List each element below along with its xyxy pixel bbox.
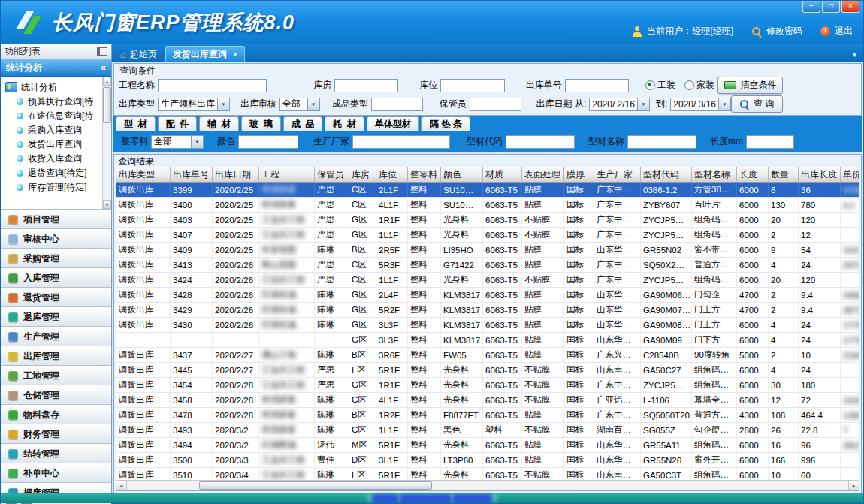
jiazhuang-radio[interactable] xyxy=(684,80,694,90)
column-header[interactable]: 工程 xyxy=(259,167,315,182)
column-header[interactable]: 出库日期 xyxy=(213,167,259,182)
sidebar-menu-item[interactable]: 退库管理 xyxy=(1,307,111,327)
whole-piece-select[interactable]: 全部 ▼ xyxy=(151,135,204,149)
table-row[interactable]: 调拨出库34302020/2/26石湖名城陈琳G区3L3F整料KLM381760… xyxy=(116,318,859,333)
table-row[interactable]: 调拨出库33992020/2/25华润原著严思C区2L1F整料SU10…6063… xyxy=(116,183,859,198)
horizontal-scrollbar[interactable]: ◄ ► xyxy=(116,480,859,490)
color-input[interactable] xyxy=(238,135,298,149)
profile-code-input[interactable] xyxy=(506,135,575,149)
change-password-link[interactable]: 修改密码 xyxy=(766,25,802,38)
sidebar-menu-item[interactable]: 仓储管理 xyxy=(1,385,111,405)
material-tab[interactable]: 耗 材 xyxy=(325,116,364,131)
column-header[interactable]: 颜色 xyxy=(441,167,483,182)
column-header[interactable]: 数量 xyxy=(769,167,799,182)
table-row[interactable]: 调拨出库34452020/2/27工业共工程严思F区5R1F整料光身料6063-… xyxy=(116,363,859,378)
gongzhuang-radio[interactable] xyxy=(645,80,655,90)
project-name-input[interactable] xyxy=(158,79,267,92)
column-header[interactable]: 膜厚 xyxy=(564,167,594,182)
scroll-thumb[interactable] xyxy=(199,481,432,490)
maximize-button[interactable]: □ xyxy=(822,1,840,13)
column-header[interactable]: 型材代码 xyxy=(641,167,692,182)
column-header[interactable]: 出库长度 xyxy=(799,167,841,182)
scroll-down-icon[interactable]: ▼ xyxy=(103,200,111,209)
sidebar-tree-item[interactable]: 退货查询[待定] xyxy=(5,166,101,180)
product-type-input[interactable] xyxy=(371,98,423,111)
table-row[interactable]: 调拨出库34582020/2/28华润原著陈琳C区4L1F整料光身料6063-T… xyxy=(116,393,859,408)
column-header[interactable]: 库房 xyxy=(349,167,376,182)
scroll-right-icon[interactable]: ► xyxy=(848,481,859,490)
sidebar-menu-item[interactable]: 物料盘存 xyxy=(1,405,111,424)
material-tab[interactable]: 成 品 xyxy=(283,116,323,131)
material-tab[interactable]: 玻 璃 xyxy=(241,116,281,131)
table-row[interactable]: 调拨出库34002020/2/25华润原著严思C区4L1F整料SU10…6063… xyxy=(116,198,859,213)
clear-conditions-button[interactable]: 清空条件 xyxy=(717,77,783,94)
table-row[interactable]: 调拨出库34132020/2/26南山花园严思C区5R3F整料G71422606… xyxy=(116,258,859,273)
date-from-picker[interactable]: 2020/ 2/16 ▼ xyxy=(589,98,650,111)
column-header[interactable]: 材质 xyxy=(483,167,522,182)
pin-icon[interactable] xyxy=(97,47,107,56)
column-header[interactable]: 整零料 xyxy=(408,167,441,182)
sidebar-tree-item[interactable]: 发货出库查询 xyxy=(5,137,101,152)
warehouse-input[interactable] xyxy=(334,79,398,92)
column-header[interactable]: 出库单号 xyxy=(171,167,213,182)
document-tab[interactable]: ⌂起始页 xyxy=(113,47,164,62)
table-row[interactable]: G区3L3F整料KLM38176063-T5贴膜国标山东华…GA90M09…门下… xyxy=(116,333,859,348)
column-header[interactable]: 型材名称 xyxy=(692,167,737,182)
material-tab[interactable]: 型 材 xyxy=(116,116,156,131)
close-button[interactable]: × xyxy=(841,1,859,13)
table-row[interactable]: 调拨出库34942020/3/2石湖辉城汤伟M区5R1F整料光身料6063-T5… xyxy=(116,438,859,453)
tab-list-dropdown-icon[interactable]: ▼ xyxy=(851,51,858,59)
keeper-input[interactable] xyxy=(470,98,521,111)
column-header[interactable]: 表面处理 xyxy=(522,167,564,182)
table-row[interactable]: 调拨出库34072020/2/25工业共工程严思G区1L1F整料光身料6063-… xyxy=(116,228,859,243)
date-to-picker[interactable]: 2020/ 3/16 ▼ xyxy=(670,98,731,111)
material-tab[interactable]: 隔 热 条 xyxy=(421,116,470,131)
sidebar-menu-item[interactable]: 工地管理 xyxy=(1,366,111,385)
sidebar-menu-item[interactable]: 补单中心 xyxy=(1,463,111,483)
column-header[interactable]: 出库类型 xyxy=(116,167,171,182)
length-input[interactable] xyxy=(746,135,794,149)
sidebar-menu-item[interactable]: 入库管理 xyxy=(1,268,111,288)
search-button[interactable]: 查 询 xyxy=(731,95,783,113)
location-input[interactable] xyxy=(440,79,504,92)
manufacturer-input[interactable] xyxy=(352,135,450,149)
scroll-thumb[interactable] xyxy=(103,87,111,123)
scroll-up-icon[interactable]: ▲ xyxy=(103,77,111,86)
sidebar-tree-item[interactable]: 预算执行查询[待 xyxy=(5,95,101,109)
minimize-button[interactable]: − xyxy=(802,1,820,13)
tree-root-node[interactable]: 统计分析 xyxy=(5,80,101,95)
table-row[interactable]: 调拨出库34542020/2/28工业共工程严思G区1R1F整料光身料6063-… xyxy=(116,378,859,393)
sidebar-menu-item[interactable]: 生产管理 xyxy=(1,327,111,346)
profile-name-input[interactable] xyxy=(627,135,696,149)
table-row[interactable]: 调拨出库34292020/2/26石湖名城陈琳G区5R2F整料KLM381760… xyxy=(116,303,859,318)
document-tab[interactable]: 发货出库查询× xyxy=(165,46,245,62)
table-row[interactable]: 调拨出库34932020/3/2华润原著陈琳C区1L1F整料黑色塑料不贴膜国标湖… xyxy=(116,423,859,438)
sidebar-tree-item[interactable]: 在途信息查询[待 xyxy=(5,109,101,123)
logout-link[interactable]: 退出 xyxy=(835,25,853,38)
material-tab[interactable]: 配 件 xyxy=(158,116,198,131)
tree-scrollbar[interactable]: ▲ ▼ xyxy=(102,77,111,209)
column-header[interactable]: 生产厂家 xyxy=(594,167,641,182)
sidebar-menu-item[interactable]: 出库管理 xyxy=(1,346,111,366)
table-row[interactable]: 调拨出库34372020/2/27佛山工程陈琳B区3R6F整料FW056063-… xyxy=(116,348,859,363)
column-header[interactable]: 单价 xyxy=(841,167,859,182)
sidebar-menu-item[interactable]: 结转管理 xyxy=(1,444,111,463)
material-tab[interactable]: 单体型材 xyxy=(367,116,419,131)
table-row[interactable]: 调拨出库34282020/2/26石湖名城陈琳G区2L4F整料KLM381760… xyxy=(116,288,859,303)
sidebar-menu-item[interactable]: 审核中心 xyxy=(1,229,111,249)
table-row[interactable]: 调拨出库35002020/3/3工业共工程曹佳D区3L1F整料LT3P60606… xyxy=(116,453,859,468)
table-row[interactable]: 调拨出库34032020/2/25工业共工程严思G区1R1F整料光身料6063-… xyxy=(116,213,859,228)
sidebar-menu-item[interactable]: 退货管理 xyxy=(1,288,111,307)
table-row[interactable]: 调拨出库35102020/3/4工业共工程陈琳F区5R1F整料光身料6063-T… xyxy=(116,468,859,480)
material-tab[interactable]: 辅 材 xyxy=(199,116,239,131)
sidebar-menu-item[interactable]: 采购管理 xyxy=(1,249,111,268)
sidebar-menu-item[interactable]: 财务管理 xyxy=(1,424,111,444)
outbound-audit-select[interactable]: 全部 ▼ xyxy=(279,98,320,111)
column-header[interactable]: 长度 xyxy=(737,167,769,182)
sidebar-tree-item[interactable]: 采购入库查询 xyxy=(5,123,101,137)
column-header[interactable]: 库位 xyxy=(376,167,408,182)
table-row[interactable]: 调拨出库34782020/2/28华润原著陈琳B区1R2F整料F8877FT60… xyxy=(116,408,859,423)
table-row[interactable]: 调拨出库34242020/2/26工业共工程严思C区1L1F整料光身料6063-… xyxy=(116,273,859,288)
collapse-icon[interactable]: « xyxy=(101,62,106,73)
sidebar-menu-item[interactable]: 项目管理 xyxy=(1,210,111,229)
